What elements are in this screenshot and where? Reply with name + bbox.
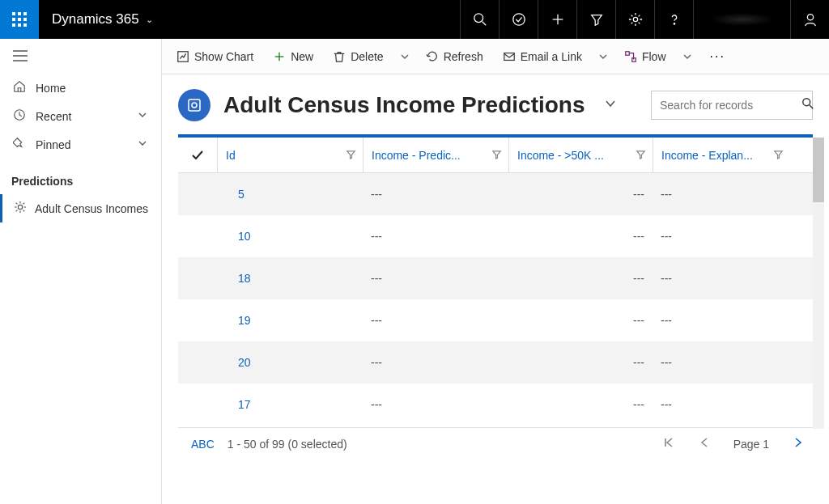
table-row[interactable]: 17--------- bbox=[178, 383, 813, 426]
svg-point-29 bbox=[192, 103, 197, 108]
svg-point-21 bbox=[18, 205, 22, 209]
new-button[interactable]: New bbox=[265, 45, 321, 68]
nav-pinned[interactable]: Pinned bbox=[0, 130, 161, 159]
cell-prediction: --- bbox=[363, 215, 508, 257]
chevron-down-icon: ⌄ bbox=[146, 15, 153, 25]
nav-recent[interactable]: Recent bbox=[0, 102, 161, 130]
task-button[interactable] bbox=[499, 0, 538, 39]
delete-split-button[interactable] bbox=[395, 52, 414, 61]
refresh-button[interactable]: Refresh bbox=[418, 45, 491, 68]
svg-line-10 bbox=[482, 22, 486, 26]
cell-explanation: --- bbox=[653, 299, 790, 341]
records-search-box[interactable] bbox=[651, 91, 813, 120]
svg-rect-25 bbox=[504, 53, 513, 60]
flow-button[interactable]: Flow bbox=[616, 45, 674, 68]
grid-status-text: 1 - 50 of 99 (0 selected) bbox=[227, 438, 347, 451]
clock-icon bbox=[13, 108, 26, 124]
cell-prediction: --- bbox=[363, 341, 508, 383]
email-link-button[interactable]: Email a Link bbox=[495, 45, 590, 68]
records-grid: Id Income - Predic... Income - >50K ... … bbox=[178, 134, 813, 426]
column-header-explanation[interactable]: Income - Explan... bbox=[653, 138, 790, 172]
filter-button[interactable] bbox=[576, 0, 615, 39]
cell-id[interactable]: 18 bbox=[217, 257, 363, 299]
svg-rect-4 bbox=[18, 18, 21, 21]
show-chart-button[interactable]: Show Chart bbox=[168, 45, 261, 68]
row-select[interactable] bbox=[178, 215, 217, 257]
cell-id[interactable]: 20 bbox=[217, 341, 363, 383]
cell-id[interactable]: 10 bbox=[217, 215, 363, 257]
table-row[interactable]: 10--------- bbox=[178, 215, 813, 257]
first-page-button[interactable] bbox=[662, 436, 675, 451]
cell-gt50k: --- bbox=[508, 383, 653, 426]
row-select[interactable] bbox=[178, 173, 217, 215]
delete-button[interactable]: Delete bbox=[325, 45, 391, 68]
nav-collapse-button[interactable] bbox=[0, 45, 161, 74]
cell-prediction: --- bbox=[363, 383, 508, 426]
cell-explanation: --- bbox=[653, 173, 790, 215]
select-all-checkbox[interactable] bbox=[178, 138, 217, 172]
records-search-input[interactable] bbox=[660, 99, 801, 112]
svg-rect-0 bbox=[12, 12, 15, 15]
cell-prediction: --- bbox=[363, 257, 508, 299]
row-select[interactable] bbox=[178, 299, 217, 341]
profile-button[interactable] bbox=[790, 0, 829, 39]
flow-split-button[interactable] bbox=[678, 52, 697, 61]
row-select[interactable] bbox=[178, 257, 217, 299]
username-area bbox=[693, 0, 790, 39]
row-select[interactable] bbox=[178, 383, 217, 426]
svg-point-16 bbox=[807, 15, 813, 20]
entity-badge-icon bbox=[178, 89, 210, 121]
brand-switch[interactable]: Dynamics 365 ⌄ bbox=[39, 11, 166, 28]
filter-icon[interactable] bbox=[773, 149, 784, 162]
brand-title: Dynamics 365 bbox=[52, 11, 139, 28]
svg-rect-26 bbox=[626, 51, 629, 54]
add-button[interactable] bbox=[538, 0, 576, 39]
more-commands-button[interactable]: ··· bbox=[704, 46, 732, 67]
filter-icon[interactable] bbox=[491, 149, 502, 162]
cell-explanation: --- bbox=[653, 341, 790, 383]
app-launcher-button[interactable] bbox=[0, 0, 39, 39]
alpha-jump-button[interactable]: ABC bbox=[178, 438, 227, 451]
prev-page-button[interactable] bbox=[698, 436, 711, 451]
cell-id[interactable]: 5 bbox=[217, 173, 363, 215]
filter-icon[interactable] bbox=[346, 149, 356, 162]
view-title: Adult Census Income Predictions bbox=[223, 92, 585, 118]
nav-entity-adult-census[interactable]: Adult Census Incomes bbox=[0, 194, 161, 222]
email-split-button[interactable] bbox=[593, 52, 613, 61]
home-icon bbox=[13, 80, 26, 95]
column-header-id[interactable]: Id bbox=[217, 138, 363, 172]
cell-id[interactable]: 17 bbox=[217, 383, 363, 426]
cell-prediction: --- bbox=[363, 173, 508, 215]
chevron-down-icon[interactable] bbox=[137, 138, 148, 151]
entity-icon bbox=[14, 201, 27, 216]
nav-home[interactable]: Home bbox=[0, 74, 161, 102]
nav-entity-label: Adult Census Incomes bbox=[35, 202, 148, 215]
filter-icon[interactable] bbox=[636, 149, 646, 162]
table-row[interactable]: 19--------- bbox=[178, 299, 813, 341]
grid-scrollbar[interactable] bbox=[813, 138, 824, 429]
search-icon[interactable] bbox=[801, 97, 814, 113]
view-selector-button[interactable] bbox=[598, 91, 623, 119]
left-nav: Home Recent Pinned Predictions Adult Cen… bbox=[0, 39, 162, 504]
cell-id[interactable]: 19 bbox=[217, 299, 363, 341]
svg-rect-8 bbox=[23, 23, 27, 27]
column-header-gt50k[interactable]: Income - >50K ... bbox=[508, 138, 653, 172]
table-row[interactable]: 18--------- bbox=[178, 257, 813, 299]
new-label: New bbox=[291, 50, 313, 63]
page-label: Page 1 bbox=[733, 438, 769, 451]
chevron-down-icon[interactable] bbox=[137, 109, 148, 123]
next-page-button[interactable] bbox=[792, 436, 805, 451]
nav-home-label: Home bbox=[36, 82, 148, 95]
svg-rect-3 bbox=[12, 18, 15, 21]
refresh-label: Refresh bbox=[444, 50, 483, 63]
cell-explanation: --- bbox=[653, 257, 790, 299]
column-header-prediction[interactable]: Income - Predic... bbox=[363, 138, 508, 172]
settings-button[interactable] bbox=[615, 0, 654, 39]
row-select[interactable] bbox=[178, 341, 217, 383]
search-button[interactable] bbox=[460, 0, 499, 39]
svg-point-15 bbox=[674, 23, 674, 24]
help-button[interactable] bbox=[654, 0, 693, 39]
svg-point-11 bbox=[512, 14, 524, 25]
table-row[interactable]: 5--------- bbox=[178, 173, 813, 215]
table-row[interactable]: 20--------- bbox=[178, 341, 813, 383]
